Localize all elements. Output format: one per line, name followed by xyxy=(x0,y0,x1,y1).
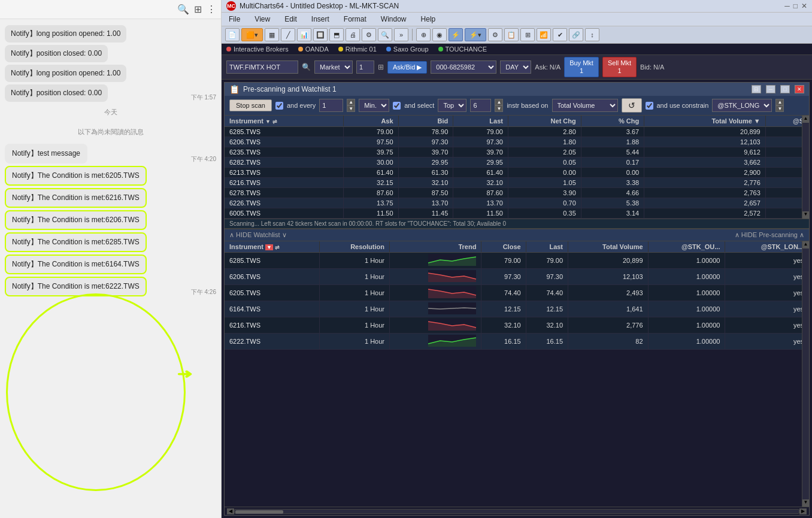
more-btn[interactable]: » xyxy=(394,28,408,41)
count-spin-up[interactable]: ▲ xyxy=(495,99,503,105)
chart-type-btn[interactable]: ▦ xyxy=(265,28,279,41)
count-input[interactable] xyxy=(470,99,491,112)
order-type-select[interactable]: Market xyxy=(314,60,353,74)
indicator-btn[interactable]: 📊 xyxy=(297,28,311,41)
sort-icon[interactable]: ▼ xyxy=(265,119,271,125)
scan-win-close[interactable]: ✕ xyxy=(795,85,804,93)
ask-bid-btn[interactable]: Ask/Bid ▶ xyxy=(387,61,427,74)
buy-mkt-btn[interactable]: Buy Mkt1 xyxy=(564,57,599,77)
table-row[interactable]: 6216.TWS 32.15 32.10 32.10 1.05 3.38 2,7… xyxy=(225,178,809,188)
cell-stk-ou: 1.00000 xyxy=(648,269,725,285)
scan-btn[interactable]: 🔲 xyxy=(313,28,328,41)
minimize-btn[interactable]: ─ xyxy=(784,2,790,10)
table-row[interactable]: 6164.TWS 1 Hour 12.15 12.15 1,641 1.0000… xyxy=(225,301,809,317)
lower-col-close: Close xyxy=(481,241,526,253)
new-chart-btn[interactable]: 📄 xyxy=(225,28,240,41)
print-btn[interactable]: 🖨 xyxy=(346,28,360,41)
table-row[interactable]: 6213.TWS 61.40 61.30 61.40 0.00 0.00 2,9… xyxy=(225,168,809,178)
table-row[interactable]: 6222.TWS 1 Hour 16.15 16.15 82 1.00000 y… xyxy=(225,334,809,350)
view2-btn[interactable]: ⊞ xyxy=(520,28,535,41)
based-on-select[interactable]: Total Volume xyxy=(552,99,618,112)
hscroll-left[interactable]: ◀ xyxy=(227,508,234,514)
table-row[interactable]: 6205.TWS 1 Hour 74.40 74.40 2,493 1.0000… xyxy=(225,285,809,301)
scan-win-minimize[interactable]: ─ xyxy=(766,85,775,93)
vscroll-thumb[interactable] xyxy=(802,123,809,211)
constrain-spin-up[interactable]: ▲ xyxy=(775,99,784,105)
vscroll-down[interactable]: ▼ xyxy=(802,211,809,219)
vscroll-up[interactable]: ▲ xyxy=(802,116,809,123)
maximize-btn[interactable]: □ xyxy=(793,2,798,10)
order-btn[interactable]: ⊕ xyxy=(416,28,431,41)
export-btn[interactable]: ⬒ xyxy=(329,28,344,41)
settings-btn[interactable]: ⚙ xyxy=(488,28,502,41)
hscroll-thumb[interactable] xyxy=(235,510,283,514)
menu-edit[interactable]: Edit xyxy=(282,14,299,25)
and-every-check[interactable] xyxy=(275,102,283,110)
table-row[interactable]: 6226.TWS 13.75 13.70 13.70 0.70 5.38 2,6… xyxy=(225,198,809,208)
scan-win-restore[interactable]: ⊟ xyxy=(752,85,761,93)
refresh-btn[interactable]: ↺ xyxy=(622,98,642,113)
hide-watchlist-divider[interactable]: ∧ HIDE Watchlist ∨ ∧ HIDE Pre-scanning ∧ xyxy=(225,229,809,241)
table-row[interactable]: 6005.TWS 11.50 11.45 11.50 0.35 3.14 2,5… xyxy=(225,208,809,219)
every-value-input[interactable] xyxy=(319,99,343,112)
active2-btn[interactable]: ⚡▾ xyxy=(465,28,486,41)
table-row[interactable]: 6282.TWS 30.00 29.95 29.95 0.05 0.17 3,6… xyxy=(225,157,809,168)
symbol-input[interactable] xyxy=(226,60,298,74)
grid-icon[interactable]: ⊞ xyxy=(194,4,202,15)
table-row[interactable]: 6206.TWS 97.50 97.30 97.30 1.80 1.88 12,… xyxy=(225,137,809,147)
menu-file[interactable]: File xyxy=(226,14,243,25)
check-btn[interactable]: ✔ xyxy=(553,28,567,41)
cell-pct-chg: 3.67 xyxy=(581,127,644,137)
menu-insert[interactable]: Insert xyxy=(309,14,332,25)
constrain-select[interactable]: @STK_LONG_ xyxy=(712,99,772,112)
duration-select[interactable]: DAY xyxy=(500,60,531,74)
search-icon[interactable]: 🔍 xyxy=(177,4,189,15)
lower-vscroll-up[interactable]: ▲ xyxy=(802,241,809,249)
table-row[interactable]: 6235.TWS 39.75 39.70 39.70 2.05 5.44 9,6… xyxy=(225,147,809,157)
menu-window[interactable]: Window xyxy=(378,14,409,25)
active-btn[interactable]: ⚡ xyxy=(449,28,463,41)
qty-input[interactable] xyxy=(356,60,374,74)
link-btn[interactable]: 🔗 xyxy=(569,28,583,41)
lower-sort-icon[interactable]: ▼ xyxy=(265,244,273,250)
scan-win-maximize[interactable]: □ xyxy=(780,85,790,93)
table-row[interactable]: 6285.TWS 1 Hour 79.00 79.00 20,899 1.000… xyxy=(225,253,809,269)
trade-btn[interactable]: ◉ xyxy=(432,28,447,41)
close-btn[interactable]: ✕ xyxy=(801,2,807,10)
table-row[interactable]: 6216.TWS 1 Hour 32.10 32.10 2,776 1.0000… xyxy=(225,317,809,334)
table-row[interactable]: 6285.TWS 79.00 78.90 79.00 2.80 3.67 20,… xyxy=(225,127,809,137)
and-select-check[interactable] xyxy=(393,102,401,110)
table-row[interactable]: 6278.TWS 87.60 87.50 87.60 3.90 4.66 2,7… xyxy=(225,188,809,198)
more-icon[interactable]: ⋮ xyxy=(207,4,216,15)
qty-spinner-icon[interactable]: ⊞ xyxy=(378,63,384,71)
tools-btn[interactable]: ⚙ xyxy=(362,28,376,41)
prop-btn[interactable]: 📋 xyxy=(504,28,519,41)
menu-format[interactable]: Format xyxy=(341,14,369,25)
menu-help[interactable]: Help xyxy=(419,14,438,25)
arrow-btn[interactable]: ↕ xyxy=(585,28,599,41)
menu-view[interactable]: View xyxy=(252,14,272,25)
drawing-btn[interactable]: ╱ xyxy=(281,28,295,41)
filter-icon[interactable]: ⇌ xyxy=(272,119,277,125)
lower-vscroll-down[interactable]: ▼ xyxy=(802,499,809,507)
search-symbol-btn[interactable]: 🔍 xyxy=(302,63,311,71)
cell-total-vol: 12,103 xyxy=(644,137,766,147)
lower-vscroll-thumb[interactable] xyxy=(802,249,809,499)
stop-scan-btn[interactable]: Stop scan xyxy=(229,99,272,111)
constrain-spin-down[interactable]: ▼ xyxy=(775,105,784,112)
spin-down[interactable]: ▼ xyxy=(347,105,355,112)
trend-sparkline xyxy=(428,335,476,347)
count-spin-down[interactable]: ▼ xyxy=(495,105,503,112)
min-unit-select[interactable]: Min. xyxy=(359,99,389,112)
sell-mkt-btn[interactable]: Sell Mkt1 xyxy=(602,57,637,77)
spin-up[interactable]: ▲ xyxy=(347,99,355,105)
color-btn[interactable]: 🟧▾ xyxy=(241,28,263,41)
hscroll-right[interactable]: ▶ xyxy=(799,508,807,514)
zoom-btn[interactable]: 🔍 xyxy=(378,28,392,41)
lower-filter-icon[interactable]: ⇌ xyxy=(275,244,280,250)
top-select[interactable]: Top xyxy=(438,99,466,112)
table-row[interactable]: 6206.TWS 1 Hour 97.30 97.30 12,103 1.000… xyxy=(225,269,809,285)
signal-btn[interactable]: 📶 xyxy=(537,28,551,41)
use-constrain-check[interactable] xyxy=(646,102,653,110)
account-select[interactable]: 000-6825982 xyxy=(431,60,496,74)
